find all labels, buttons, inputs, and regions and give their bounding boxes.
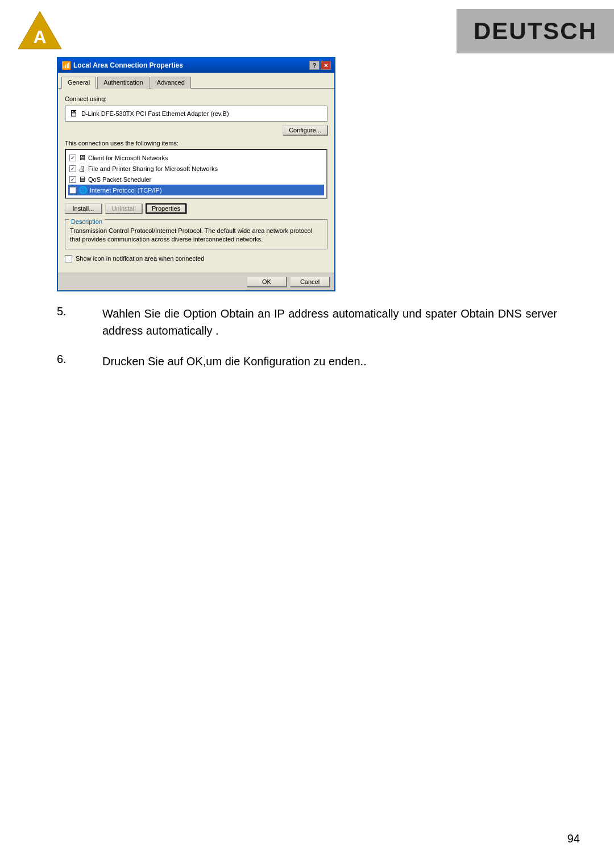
- dialog-footer: OK Cancel: [58, 273, 334, 290]
- dialog-title: Local Area Connection Properties: [73, 61, 183, 69]
- titlebar-icon: 📶: [61, 61, 71, 70]
- configure-button[interactable]: Configure...: [283, 125, 327, 135]
- notification-label: Show icon in notification area when conn…: [76, 255, 204, 262]
- checkbox-tcp[interactable]: ✓: [69, 187, 76, 194]
- titlebar-buttons: ? ✕: [309, 61, 331, 70]
- adapter-row: 🖥 D-Link DFE-530TX PCI Fast Ethernet Ada…: [65, 106, 327, 122]
- action-buttons-row: Install... Uninstall Properties: [65, 203, 327, 214]
- tabs-row: General Authentication Advanced: [58, 73, 334, 88]
- top-area: A DEUTSCH: [0, 0, 614, 62]
- instruction-item-6: 6. Drucken Sie auf OK,um die Konfigurati…: [57, 353, 557, 370]
- install-button[interactable]: Install...: [65, 203, 102, 214]
- checkbox-qos[interactable]: ✓: [69, 176, 76, 183]
- svg-text:A: A: [33, 27, 46, 47]
- dialog-titlebar: 📶 Local Area Connection Properties ? ✕: [58, 58, 334, 73]
- uninstall-button[interactable]: Uninstall: [105, 203, 142, 214]
- instruction-text-5: Wahlen Sie die Option Obtain an IP addre…: [102, 305, 557, 339]
- adapter-name: D-Link DFE-530TX PCI Fast Ethernet Adapt…: [81, 110, 229, 117]
- adapter-icon: 🖥: [69, 108, 78, 119]
- description-group: Description Transmission Control Protoco…: [65, 219, 327, 249]
- list-item[interactable]: ✓ 🖥 Client for Microsoft Networks: [68, 152, 324, 163]
- deutsch-label: DEUTSCH: [474, 18, 597, 44]
- list-item[interactable]: ✓ 🖥 QoS Packet Scheduler: [68, 174, 324, 185]
- ok-button[interactable]: OK: [247, 277, 287, 287]
- notification-row[interactable]: Show icon in notification area when conn…: [65, 255, 327, 262]
- logo-area: A: [0, 0, 80, 64]
- items-label: This connection uses the following items…: [65, 140, 327, 147]
- description-legend: Description: [69, 218, 105, 225]
- notification-checkbox[interactable]: [65, 255, 72, 262]
- dialog-window: 📶 Local Area Connection Properties ? ✕ G…: [57, 57, 335, 291]
- deutsch-badge: DEUTSCH: [457, 9, 614, 53]
- list-item[interactable]: ✓ 🖨 File and Printer Sharing for Microso…: [68, 163, 324, 174]
- cancel-button[interactable]: Cancel: [290, 277, 330, 287]
- logo-icon: A: [17, 10, 63, 50]
- tab-advanced[interactable]: Advanced: [151, 77, 191, 89]
- qos-icon: 🖥: [78, 175, 86, 183]
- main-content: 📶 Local Area Connection Properties ? ✕ G…: [57, 57, 557, 383]
- instruction-item-5: 5. Wahlen Sie die Option Obtain an IP ad…: [57, 305, 557, 339]
- dialog-body: Connect using: 🖥 D-Link DFE-530TX PCI Fa…: [58, 88, 334, 273]
- page-number: 94: [567, 832, 580, 845]
- instruction-number-5: 5.: [57, 305, 80, 318]
- checkbox-client[interactable]: ✓: [69, 155, 76, 161]
- description-text: Transmission Control Protocol/Internet P…: [65, 227, 327, 249]
- close-button[interactable]: ✕: [321, 61, 331, 70]
- configure-row: Configure...: [65, 125, 327, 135]
- instructions: 5. Wahlen Sie die Option Obtain an IP ad…: [57, 305, 557, 370]
- fileprint-icon: 🖨: [78, 164, 86, 173]
- client-icon: 🖥: [78, 153, 86, 162]
- titlebar-left: 📶 Local Area Connection Properties: [61, 61, 183, 70]
- tab-general[interactable]: General: [61, 77, 96, 89]
- instruction-text-6: Drucken Sie auf OK,um die Konfiguration …: [102, 353, 557, 370]
- list-item-selected[interactable]: ✓ 🌐 Internet Protocol (TCP/IP): [68, 185, 324, 195]
- connect-using-label: Connect using:: [65, 95, 327, 102]
- checkbox-fileprint[interactable]: ✓: [69, 165, 76, 172]
- items-list: ✓ 🖥 Client for Microsoft Networks ✓ 🖨 Fi…: [65, 149, 327, 199]
- tab-authentication[interactable]: Authentication: [97, 77, 150, 89]
- tcpip-icon: 🌐: [78, 186, 88, 194]
- instruction-number-6: 6.: [57, 353, 80, 366]
- help-button[interactable]: ?: [309, 61, 320, 70]
- properties-button[interactable]: Properties: [146, 203, 186, 214]
